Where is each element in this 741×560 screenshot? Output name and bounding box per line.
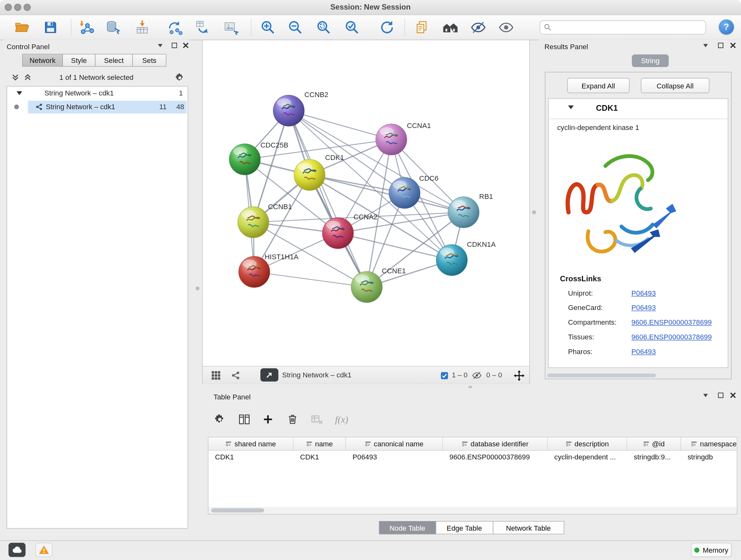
column-header-namespace[interactable]: namespace [681, 437, 737, 450]
column-header-description[interactable]: description [548, 437, 627, 450]
results-panel-close-button[interactable] [729, 42, 738, 49]
export-image-button[interactable] [222, 18, 241, 37]
zoom-in-button[interactable] [259, 18, 277, 37]
warnings-button[interactable] [36, 543, 52, 557]
table-settings-button[interactable] [212, 411, 227, 427]
network-node-RB1[interactable] [448, 197, 479, 228]
table-row[interactable]: CDK1CDK1P064939606.ENSP00000378699cyclin… [208, 450, 737, 463]
crosslink-link[interactable]: 9606.ENSP00000378699 [631, 318, 712, 326]
tab-string[interactable]: String [632, 54, 669, 67]
column-header-shared-name[interactable]: shared name [208, 437, 293, 450]
tab-edge-table[interactable]: Edge Table [435, 521, 493, 534]
tab-sets[interactable]: Sets [132, 54, 166, 67]
collapse-all-button[interactable]: Collapse All [641, 78, 710, 93]
results-panel-float-button[interactable] [717, 42, 725, 49]
network-node-CCNE1[interactable] [351, 271, 382, 303]
hide-selected-button[interactable] [469, 18, 488, 37]
open-session-button[interactable] [12, 18, 31, 37]
show-hidden-button[interactable] [496, 18, 515, 37]
network-collection-row[interactable]: String Network – cdk1 1 [7, 86, 188, 100]
network-node-CCNA1[interactable] [376, 124, 407, 155]
expand-all-button[interactable]: Expand All [567, 78, 629, 93]
network-graph[interactable]: CCNB2CCNA1CDC25BCDK1CDC6RB1CCNB1CCNA2CDK… [203, 40, 529, 366]
network-node-CCNA2[interactable] [322, 217, 354, 249]
table-cell[interactable]: 9606.ENSP00000378699 [443, 450, 548, 463]
network-canvas[interactable]: CCNB2CCNA1CDC25BCDK1CDC6RB1CCNB1CCNA2CDK… [203, 40, 529, 366]
network-node-CDKN1A[interactable] [436, 245, 468, 276]
tab-select[interactable]: Select [95, 54, 133, 67]
toolbar-search-field[interactable] [540, 20, 706, 35]
birds-eye-view-button[interactable] [209, 369, 222, 382]
collection-disclosure-icon[interactable] [17, 91, 22, 95]
show-columns-button[interactable] [236, 411, 252, 427]
control-panel-menu-button[interactable] [156, 42, 165, 49]
table-panel-float-button[interactable] [717, 391, 725, 399]
results-panel-menu-button[interactable] [701, 42, 710, 49]
open-in-browser-button[interactable] [260, 368, 278, 381]
table-horizontal-scrollbar[interactable] [208, 507, 738, 515]
table-cell[interactable]: CDK1 [208, 450, 293, 463]
zoom-selected-button[interactable] [343, 18, 361, 37]
table-panel-close-button[interactable] [729, 391, 738, 399]
memory-button[interactable]: Memory [691, 543, 731, 557]
control-panel-float-button[interactable] [170, 42, 179, 49]
network-overview-button[interactable] [229, 369, 242, 382]
network-node-CCNB1[interactable] [238, 206, 269, 238]
search-input[interactable] [551, 23, 705, 32]
clone-network-button[interactable] [193, 18, 212, 37]
crosslink-link[interactable]: P06493 [631, 348, 656, 355]
delete-column-button[interactable] [285, 411, 300, 427]
apply-layout-button[interactable] [378, 18, 396, 37]
results-scrollbar-thumb[interactable] [547, 374, 656, 377]
hidden-eye-slash-icon[interactable] [470, 369, 483, 382]
column-header-canonical-name[interactable]: canonical name [346, 437, 443, 450]
cloud-button[interactable] [9, 543, 25, 557]
table-cell[interactable]: CDK1 [293, 450, 346, 463]
crosslink-link[interactable]: P06493 [631, 304, 656, 312]
add-column-button[interactable] [260, 411, 276, 427]
tab-network-table[interactable]: Network Table [493, 521, 564, 534]
gene-disclosure-icon[interactable] [568, 105, 574, 109]
crosslinks-heading: CrossLinks [560, 274, 601, 283]
network-options-gear-button[interactable] [175, 73, 185, 84]
network-node-HIST1H1A[interactable] [239, 256, 270, 288]
vertical-splitter-handle[interactable] [532, 210, 536, 214]
import-network-database-button[interactable] [104, 18, 123, 37]
gene-section-header[interactable]: CDK1 [549, 99, 728, 119]
function-builder-button[interactable]: f(x) [334, 411, 350, 427]
tab-node-table[interactable]: Node Table [379, 521, 436, 534]
table-cell[interactable]: cyclin-dependent ... [548, 450, 627, 463]
copy-document-button[interactable] [413, 18, 431, 37]
crosslink-link[interactable]: 9606.ENSP00000378699 [631, 333, 712, 341]
zoom-fit-button[interactable] [314, 18, 333, 37]
scrollbar-thumb[interactable] [211, 508, 264, 512]
column-header-name[interactable]: name [293, 437, 346, 450]
show-all-networks-button[interactable] [441, 18, 460, 37]
table-panel-menu-button[interactable] [701, 391, 710, 399]
pan-mode-button[interactable] [512, 369, 525, 382]
network-node-CDC25B[interactable] [229, 144, 260, 175]
crosslink-link[interactable]: P06493 [631, 289, 656, 297]
import-table-button[interactable] [133, 18, 151, 37]
save-session-button[interactable] [41, 18, 60, 37]
column-header--id[interactable]: @id [627, 437, 681, 450]
network-node-CCNB2[interactable] [273, 95, 305, 126]
tab-style[interactable]: Style [62, 54, 95, 67]
network-row-selected[interactable]: String Network – cdk1 11 48 [7, 100, 188, 114]
vertical-splitter-handle[interactable] [196, 287, 199, 290]
horizontal-splitter-handle[interactable] [468, 386, 472, 388]
zoom-selected-icon [345, 20, 360, 35]
table-cell[interactable]: P06493 [346, 450, 443, 463]
new-network-from-selection-button[interactable] [166, 18, 185, 37]
table-cell[interactable]: stringdb:9... [627, 450, 681, 463]
zoom-out-button[interactable] [286, 18, 305, 37]
selected-checkbox-icon[interactable] [437, 369, 451, 382]
table-cell[interactable]: stringdb [681, 450, 737, 463]
network-node-CDK1[interactable] [294, 159, 325, 191]
help-button[interactable]: ? [719, 19, 734, 35]
import-network-file-button[interactable] [77, 18, 96, 37]
control-panel-close-button[interactable] [182, 42, 190, 49]
column-header-database-identifier[interactable]: database identifier [443, 437, 548, 450]
tab-network[interactable]: Network [22, 54, 63, 67]
network-node-CDC6[interactable] [389, 177, 420, 208]
